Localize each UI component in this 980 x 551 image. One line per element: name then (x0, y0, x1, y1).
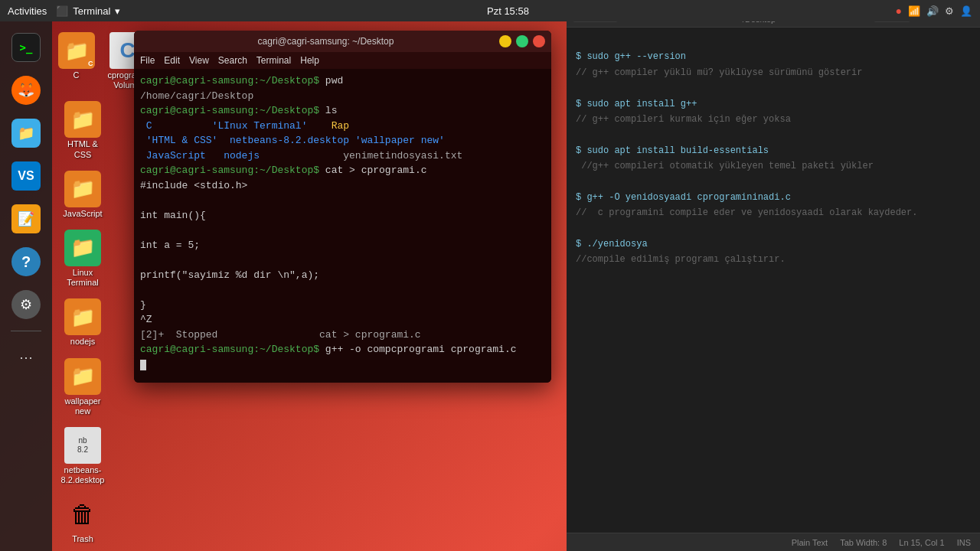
terminal-line-17: ^Z (140, 312, 545, 328)
record-icon[interactable]: ● (896, 5, 902, 17)
terminal-line-4: C 'LInux Terminal' Rap (140, 119, 545, 134)
placeholder (140, 35, 152, 47)
topbar-left: Activities ⬛ Terminal ▾ (8, 5, 120, 17)
terminal-body[interactable]: cagri@cagri-samsung:~/Desktop$ pwd /home… (134, 69, 551, 383)
terminal-line-5: 'HTML & CSS' netbeans-8.2.desktop 'wallp… (140, 133, 545, 148)
c-icon-label: C (74, 70, 80, 80)
maximize-button[interactable] (516, 35, 528, 47)
wallpaper-new-label: wallpapernew (64, 396, 100, 416)
network-icon[interactable]: 📶 (908, 5, 920, 17)
javascript-label: JavaScript (63, 209, 102, 219)
window-controls-right (499, 35, 545, 47)
nodejs-label: nodejs (70, 337, 95, 347)
user-icon[interactable]: 👤 (960, 5, 972, 17)
editor-language[interactable]: Plain Text (792, 538, 828, 547)
dock-item-settings[interactable]: ⚙ (6, 285, 46, 324)
terminal-line-12: int a = 5; (140, 238, 545, 253)
terminal-cursor-line (140, 357, 545, 373)
app-dropdown-icon[interactable]: ▾ (115, 5, 120, 17)
editor-tab-width[interactable]: Tab Width: 8 (840, 538, 887, 547)
app-name: Terminal (73, 5, 110, 17)
settings-icon[interactable]: ⚙ (945, 5, 954, 17)
dock-item-notes[interactable]: 📝 (6, 199, 46, 239)
topbar-app[interactable]: ⬛ Terminal ▾ (56, 5, 120, 17)
menu-terminal[interactable]: Terminal (256, 55, 291, 66)
terminal-line-2: /home/cagri/Desktop (140, 89, 545, 104)
terminal-line-9 (140, 193, 545, 208)
dock-item-vscode[interactable]: VS (6, 156, 46, 196)
terminal-window: cagri@cagri-samsung: ~/Desktop File Edit… (134, 31, 551, 383)
terminal-line-10: int main(){ (140, 208, 545, 223)
menu-view[interactable]: View (189, 55, 209, 66)
terminal-title: cagri@cagri-samsung: ~/Desktop (152, 36, 499, 47)
terminal-line-14: printf("sayimiz %d dir \n",a); (140, 268, 545, 283)
terminal-line-19: cagri@cagri-samsung:~/Desktop$ g++ -o co… (140, 342, 545, 357)
menu-help[interactable]: Help (300, 55, 319, 66)
editor-window: Open ▾ 🔍 *yenimetindosyasi.txt ~/Desktop… (567, 0, 980, 551)
terminal-menubar: File Edit View Search Terminal Help (134, 52, 551, 69)
terminal-icon: ⬛ (56, 5, 68, 17)
terminal-line-7: cagri@cagri-samsung:~/Desktop$ cat > cpr… (140, 163, 545, 178)
volume-icon[interactable]: 🔊 (926, 5, 939, 17)
terminal-line-13 (140, 253, 545, 268)
html-css-label: HTML &CSS (67, 139, 98, 159)
desktop-icon-nodejs[interactable]: 📁 nodejs (52, 295, 113, 350)
dock-item-firefox[interactable]: 🦊 (6, 70, 46, 110)
dock-item-appgrid[interactable]: ⋯ (6, 337, 46, 377)
menu-edit[interactable]: Edit (164, 55, 180, 66)
dock: >_ 🦊 📁 VS 📝 (0, 21, 52, 551)
editor-statusbar: Plain Text Tab Width: 8 Ln 15, Col 1 INS (567, 533, 980, 551)
dock-item-help[interactable]: ? (6, 242, 46, 282)
terminal-line-16: } (140, 298, 545, 313)
terminal-line-18: [2]+ Stopped cat > cprogrami.c (140, 328, 545, 343)
dock-divider (11, 331, 41, 331)
desktop-icon-wallpaper-new[interactable]: 📁 wallpapernew (52, 355, 113, 419)
terminal-line-6: JavaScript nodejs yenimetindosyasi.txt (140, 148, 545, 164)
dock-item-files[interactable]: 📁 (6, 113, 46, 153)
desktop-icon-trash[interactable]: 🗑 Trash (52, 493, 113, 547)
minimize-button[interactable] (499, 35, 511, 47)
trash-label: Trash (72, 534, 93, 544)
terminal-line-8: #include <stdio.h> (140, 178, 545, 194)
menu-file[interactable]: File (140, 55, 155, 66)
topbar-clock: Pzt 15:58 (487, 5, 529, 17)
window-controls-left (140, 35, 152, 47)
topbar-right: ● 📶 🔊 ⚙ 👤 (896, 5, 972, 17)
desktop-icon-c[interactable]: 📁 C C (52, 29, 100, 93)
editor-content[interactable]: $ sudo g++ --version // g++ compiler yük… (567, 28, 980, 533)
desktop: Activities ⬛ Terminal ▾ Pzt 15:58 ● 📶 🔊 … (0, 0, 980, 551)
terminal-titlebar: cagri@cagri-samsung: ~/Desktop (134, 31, 551, 52)
editor-position: Ln 15, Col 1 (899, 538, 944, 547)
desktop-icon-javascript[interactable]: 📁 JavaScript (52, 168, 113, 222)
menu-search[interactable]: Search (218, 55, 247, 66)
close-button[interactable] (533, 35, 545, 47)
editor-mode: INS (957, 538, 971, 547)
terminal-line-1: cagri@cagri-samsung:~/Desktop$ pwd (140, 73, 545, 89)
terminal-line-3: cagri@cagri-samsung:~/Desktop$ ls (140, 103, 545, 119)
activities-button[interactable]: Activities (8, 5, 47, 17)
linux-terminal-label: LinuxTerminal (67, 268, 99, 288)
topbar: Activities ⬛ Terminal ▾ Pzt 15:58 ● 📶 🔊 … (0, 0, 980, 21)
dock-item-terminal[interactable]: >_ (6, 28, 46, 67)
desktop-icon-html-css[interactable]: 📁 HTML &CSS (52, 98, 113, 162)
terminal-line-11 (140, 223, 545, 238)
terminal-line-15 (140, 282, 545, 298)
desktop-icon-linux-terminal[interactable]: 📁 LinuxTerminal (52, 227, 113, 291)
desktop-icon-netbeans[interactable]: nb8.2 netbeans-8.2.desktop (52, 424, 113, 488)
netbeans-label: netbeans-8.2.desktop (61, 465, 105, 485)
